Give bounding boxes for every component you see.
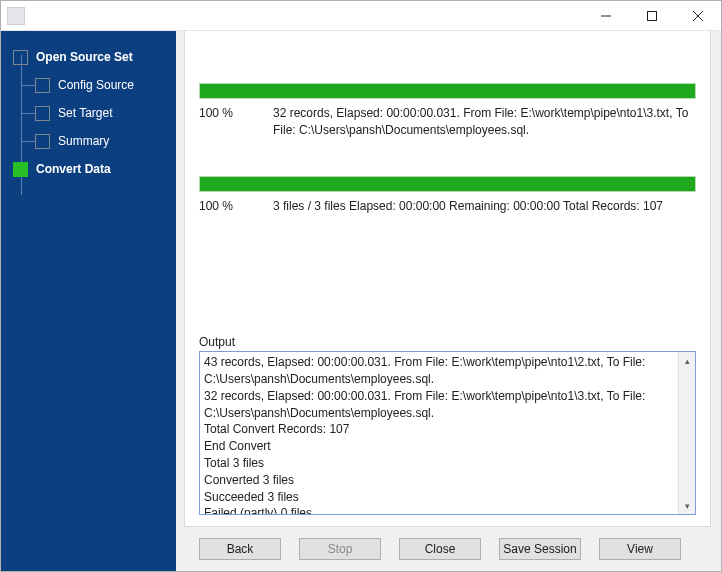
output-line: Failed (partly) 0 files bbox=[204, 505, 674, 514]
step-open-source-set[interactable]: Open Source Set bbox=[7, 43, 168, 71]
stop-button[interactable]: Stop bbox=[299, 538, 381, 560]
titlebar bbox=[1, 1, 721, 31]
step-box-icon bbox=[35, 78, 50, 93]
tree-connector-horizontal bbox=[21, 141, 35, 142]
overall-progress-percent: 100 % bbox=[199, 198, 273, 215]
maximize-button[interactable] bbox=[629, 1, 675, 30]
overall-progress-text: 3 files / 3 files Elapsed: 00:00:00 Rema… bbox=[273, 198, 696, 215]
output-label: Output bbox=[199, 335, 696, 349]
wizard-sidebar: Open Source Set Config Source Set Target… bbox=[1, 31, 176, 571]
step-label: Summary bbox=[58, 134, 109, 148]
overall-progress-bar bbox=[199, 176, 696, 192]
button-row: Back Stop Close Save Session View bbox=[184, 527, 711, 571]
close-window-button[interactable] bbox=[675, 1, 721, 30]
save-session-button[interactable]: Save Session bbox=[499, 538, 581, 560]
tree-connector-horizontal bbox=[21, 85, 35, 86]
step-box-icon bbox=[35, 134, 50, 149]
body: Open Source Set Config Source Set Target… bbox=[1, 31, 721, 571]
output-line: 32 records, Elapsed: 00:00:00.031. From … bbox=[204, 388, 674, 422]
output-line: End Convert bbox=[204, 438, 674, 455]
window-controls bbox=[583, 1, 721, 30]
output-line: Total 3 files bbox=[204, 455, 674, 472]
step-config-source[interactable]: Config Source bbox=[7, 71, 168, 99]
output-box: 43 records, Elapsed: 00:00:00.031. From … bbox=[199, 351, 696, 515]
output-line: Converted 3 files bbox=[204, 472, 674, 489]
tree-connector-horizontal bbox=[21, 113, 35, 114]
step-convert-data[interactable]: Convert Data bbox=[7, 155, 168, 183]
close-button[interactable]: Close bbox=[399, 538, 481, 560]
step-label: Set Target bbox=[58, 106, 112, 120]
file-progress-row: 100 % 32 records, Elapsed: 00:00:00.031.… bbox=[199, 99, 696, 140]
step-label: Convert Data bbox=[36, 162, 111, 176]
overall-progress-row: 100 % 3 files / 3 files Elapsed: 00:00:0… bbox=[199, 192, 696, 215]
step-set-target[interactable]: Set Target bbox=[7, 99, 168, 127]
file-progress-bar bbox=[199, 83, 696, 99]
minimize-button[interactable] bbox=[583, 1, 629, 30]
content-area: 100 % 32 records, Elapsed: 00:00:00.031.… bbox=[184, 31, 711, 527]
main-panel: 100 % 32 records, Elapsed: 00:00:00.031.… bbox=[176, 31, 721, 571]
back-button[interactable]: Back bbox=[199, 538, 281, 560]
step-label: Open Source Set bbox=[36, 50, 133, 64]
step-label: Config Source bbox=[58, 78, 134, 92]
step-tree: Open Source Set Config Source Set Target… bbox=[7, 43, 168, 183]
step-box-icon bbox=[13, 50, 28, 65]
file-progress-text: 32 records, Elapsed: 00:00:00.031. From … bbox=[273, 105, 696, 140]
output-line: 43 records, Elapsed: 00:00:00.031. From … bbox=[204, 354, 674, 388]
scroll-up-icon[interactable]: ▴ bbox=[679, 352, 695, 369]
scroll-down-icon[interactable]: ▾ bbox=[679, 497, 695, 514]
file-progress-percent: 100 % bbox=[199, 105, 273, 140]
output-scrollbar[interactable]: ▴ ▾ bbox=[678, 352, 695, 514]
step-summary[interactable]: Summary bbox=[7, 127, 168, 155]
output-line: Total Convert Records: 107 bbox=[204, 421, 674, 438]
step-box-icon bbox=[35, 106, 50, 121]
view-button[interactable]: View bbox=[599, 538, 681, 560]
app-icon bbox=[7, 7, 25, 25]
svg-rect-1 bbox=[648, 11, 657, 20]
output-line: Succeeded 3 files bbox=[204, 489, 674, 506]
step-box-icon bbox=[13, 162, 28, 177]
window: Open Source Set Config Source Set Target… bbox=[0, 0, 722, 572]
output-textarea[interactable]: 43 records, Elapsed: 00:00:00.031. From … bbox=[200, 352, 678, 514]
